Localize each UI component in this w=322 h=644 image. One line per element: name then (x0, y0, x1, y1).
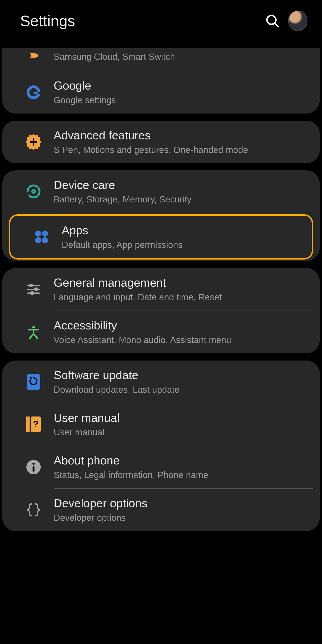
braces-icon (26, 502, 41, 518)
svg-rect-19 (27, 374, 40, 390)
item-title: Software update (54, 368, 306, 382)
svg-point-14 (32, 326, 35, 328)
item-sub: S Pen, Motions and gestures, One-handed … (54, 144, 306, 155)
accessibility-item[interactable]: Accessibility Voice Assistant, Mono audi… (2, 311, 320, 353)
item-title: Developer options (54, 497, 306, 510)
software-update-item[interactable]: Software update Download updates, Last u… (2, 360, 320, 403)
svg-rect-25 (33, 466, 35, 472)
svg-point-6 (35, 237, 41, 244)
settings-group-1: Samsung Cloud, Smart Switch Google Googl… (2, 48, 320, 114)
svg-line-18 (33, 334, 37, 338)
google-g-icon (25, 84, 42, 100)
item-sub: Voice Assistant, Mono audio, Assistant m… (54, 334, 306, 345)
item-title: General management (54, 276, 306, 290)
item-sub: Download updates, Last update (54, 384, 306, 395)
sliders-icon (26, 282, 41, 297)
svg-point-11 (35, 288, 37, 290)
general-management-item[interactable]: General management Language and input, D… (2, 268, 320, 310)
manual-icon: ? (26, 416, 41, 432)
settings-group-2: Advanced features S Pen, Motions and ges… (2, 121, 320, 163)
item-title: Device care (54, 178, 306, 192)
svg-point-3 (33, 191, 34, 192)
avatar (288, 10, 308, 31)
svg-point-5 (42, 231, 48, 237)
device-care-item[interactable]: Device care Battery, Storage, Memory, Se… (2, 170, 320, 213)
search-icon (265, 13, 280, 28)
svg-text:?: ? (33, 419, 39, 429)
info-icon (26, 459, 41, 475)
item-title: About phone (54, 454, 306, 467)
google-item[interactable]: Google Google settings (2, 71, 320, 114)
svg-point-9 (30, 284, 32, 286)
svg-line-17 (30, 334, 34, 338)
user-manual-item[interactable]: ? User manual User manual (2, 403, 320, 446)
svg-line-1 (275, 23, 278, 26)
divider (54, 213, 313, 213)
person-icon (26, 325, 41, 340)
svg-point-7 (42, 237, 48, 244)
profile-button[interactable] (288, 11, 308, 30)
settings-group-5: Software update Download updates, Last u… (2, 360, 320, 531)
update-icon (27, 374, 40, 390)
settings-header: Settings (2, 2, 320, 48)
about-phone-item[interactable]: About phone Status, Legal information, P… (2, 446, 320, 488)
item-title: Google (54, 79, 306, 92)
svg-point-24 (32, 463, 35, 465)
item-sub: Google settings (54, 95, 306, 106)
item-sub: Samsung Cloud, Smart Switch (54, 51, 306, 62)
item-sub: User manual (54, 427, 306, 438)
item-sub: Battery, Storage, Memory, Security (54, 194, 306, 205)
item-sub: Status, Legal information, Phone name (54, 470, 306, 480)
item-title: Advanced features (54, 129, 306, 142)
item-sub: Developer options (54, 512, 306, 523)
item-sub: Default apps, App permissions (62, 239, 298, 250)
advanced-features-item[interactable]: Advanced features S Pen, Motions and ges… (2, 121, 320, 163)
item-title: Apps (62, 224, 298, 237)
svg-rect-20 (26, 417, 30, 432)
accounts-item[interactable]: Samsung Cloud, Smart Switch (2, 48, 320, 71)
item-title: User manual (54, 411, 306, 425)
device-care-icon (25, 182, 42, 200)
item-title: Accessibility (54, 319, 306, 332)
item-sub: Language and input, Date and time, Reset (54, 292, 306, 302)
gear-plus-icon (25, 133, 42, 151)
apps-grid-icon (33, 229, 50, 245)
developer-options-item[interactable]: Developer options Developer options (2, 488, 320, 531)
page-title: Settings (20, 12, 257, 30)
apps-item[interactable]: Apps Default apps, App permissions (9, 214, 313, 260)
settings-group-3: Device care Battery, Storage, Memory, Se… (2, 170, 320, 261)
samsung-icon (29, 53, 38, 58)
svg-point-13 (31, 292, 33, 294)
svg-point-4 (35, 231, 41, 237)
search-button[interactable] (263, 11, 282, 30)
settings-group-4: General management Language and input, D… (2, 268, 320, 353)
